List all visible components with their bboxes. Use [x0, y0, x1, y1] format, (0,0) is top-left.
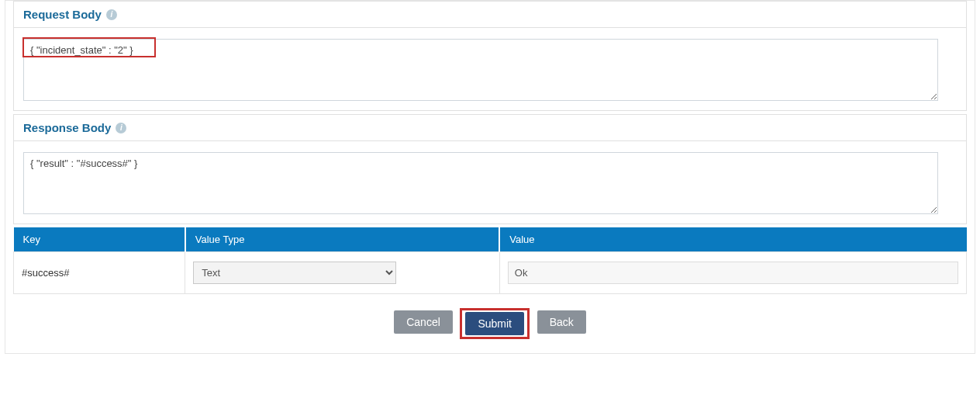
submit-highlight-annotation: Submit: [460, 308, 530, 339]
col-header-key: Key: [14, 227, 185, 252]
response-body-body: [14, 141, 966, 223]
form-container: Request Body i Response Body i Key Value…: [5, 0, 975, 354]
cell-value: [499, 252, 966, 294]
action-button-row: Cancel Submit Back: [13, 294, 967, 345]
request-body-body: [14, 28, 966, 110]
value-input[interactable]: [508, 262, 958, 284]
response-body-textarea[interactable]: [23, 152, 938, 214]
table-row: #success# Text: [14, 252, 967, 294]
cell-type: Text: [185, 252, 500, 294]
submit-button[interactable]: Submit: [465, 312, 524, 335]
value-type-select[interactable]: Text: [193, 262, 396, 284]
request-body-section: Request Body i: [13, 1, 967, 111]
response-body-header: Response Body i: [14, 115, 966, 141]
table-header-row: Key Value Type Value: [14, 227, 967, 252]
col-header-type: Value Type: [185, 227, 500, 252]
back-button[interactable]: Back: [537, 310, 586, 334]
request-body-title: Request Body: [23, 8, 102, 21]
cell-key: #success#: [14, 252, 185, 294]
info-icon[interactable]: i: [116, 123, 126, 133]
response-body-title: Response Body: [23, 121, 111, 134]
col-header-value: Value: [499, 227, 966, 252]
request-body-textarea[interactable]: [23, 39, 938, 101]
cancel-button[interactable]: Cancel: [394, 310, 453, 334]
request-body-header: Request Body i: [14, 2, 966, 28]
response-body-section: Response Body i: [13, 114, 967, 224]
info-icon[interactable]: i: [106, 9, 117, 20]
response-params-table: Key Value Type Value #success# Text: [13, 227, 967, 294]
